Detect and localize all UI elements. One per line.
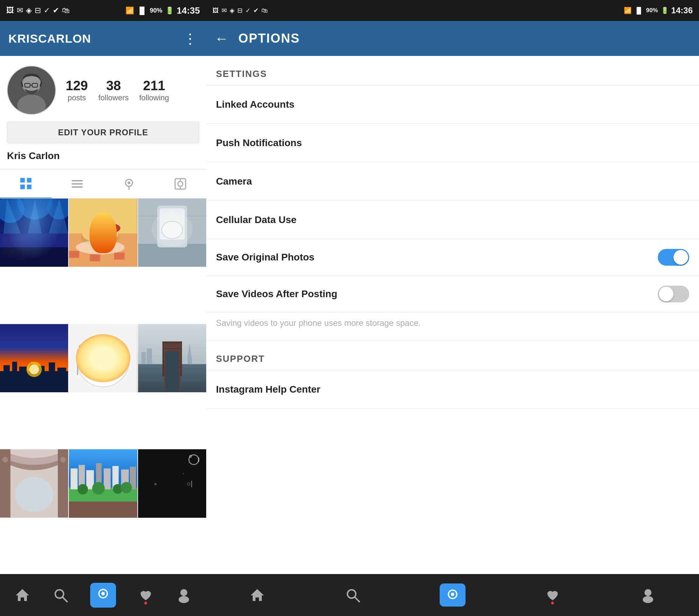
tab-tagged[interactable]	[155, 170, 207, 198]
tagged-icon	[174, 178, 187, 190]
photo-cell-7[interactable]	[0, 449, 68, 517]
map-pin-icon	[123, 178, 135, 190]
photo-cell-1[interactable]	[0, 199, 68, 267]
svg-point-117	[179, 596, 189, 603]
svg-rect-11	[72, 180, 83, 181]
avatar-svg	[8, 66, 55, 115]
svg-point-36	[76, 241, 125, 255]
home-icon	[14, 587, 30, 603]
svg-point-122	[451, 593, 454, 596]
svg-point-109	[154, 483, 156, 485]
linked-accounts-label: Linked Accounts	[216, 99, 295, 110]
save-original-label: Save Original Photos	[216, 252, 315, 263]
svg-point-62	[92, 353, 102, 363]
person-icon-r	[640, 587, 656, 603]
check-icon-r: ✓	[245, 7, 251, 14]
svg-rect-12	[72, 183, 83, 185]
edit-profile-button[interactable]: EDIT YOUR PROFILE	[7, 122, 199, 143]
nav-home-r[interactable]	[249, 587, 265, 603]
svg-point-102	[92, 482, 105, 495]
tab-map[interactable]	[103, 170, 155, 198]
svg-rect-77	[162, 341, 164, 376]
save-original-toggle[interactable]	[658, 249, 689, 266]
svg-rect-70	[164, 341, 180, 392]
stat-following[interactable]: 211 following	[139, 78, 169, 102]
photo-cell-8[interactable]	[69, 449, 137, 517]
photo-cell-5[interactable]	[69, 324, 137, 392]
stat-followers[interactable]: 38 followers	[98, 78, 129, 102]
menu-button[interactable]: ⋮	[183, 31, 198, 45]
camera-item[interactable]: Camera	[206, 162, 699, 201]
tab-grid[interactable]	[0, 170, 52, 198]
posts-label: posts	[67, 93, 86, 102]
nav-heart[interactable]	[138, 587, 154, 603]
svg-rect-39	[114, 252, 125, 259]
signal-bars: ▐▌	[137, 7, 147, 15]
photo-grid	[0, 199, 206, 574]
photo-icon-r: 🖼	[212, 7, 219, 14]
check2-icon: ✔	[53, 6, 59, 15]
nav-home[interactable]	[14, 587, 30, 603]
svg-point-23	[0, 199, 24, 223]
svg-point-65	[110, 359, 115, 364]
toggle-knob-off	[659, 287, 673, 301]
svg-rect-8	[27, 178, 31, 182]
svg-point-34	[82, 224, 118, 243]
svg-rect-49	[3, 365, 10, 375]
heart-icon-r	[545, 587, 561, 603]
svg-marker-27	[28, 199, 42, 234]
nav-camera[interactable]	[90, 583, 116, 608]
nav-camera-r[interactable]	[440, 583, 466, 607]
nav-search-r[interactable]	[345, 587, 361, 603]
svg-rect-79	[162, 341, 182, 343]
signal-bars-r: ▐▌	[634, 7, 643, 14]
svg-rect-9	[20, 185, 25, 189]
svg-point-116	[180, 589, 187, 596]
top-app-bar: KRISCARLON ⋮	[0, 21, 206, 56]
status-bar-right: 🖼 ✉ ◈ ⊟ ✓ ✔ 🛍 📶 ▐▌ 90% 🔋 14:36	[206, 0, 699, 21]
help-center-item[interactable]: Instagram Help Center	[206, 370, 699, 409]
svg-point-63	[102, 348, 119, 360]
push-notifications-item[interactable]: Push Notifications	[206, 124, 699, 162]
bag-icon: 🛍	[62, 6, 70, 15]
cellular-data-item[interactable]: Cellular Data Use	[206, 201, 699, 239]
nav-search[interactable]	[52, 587, 69, 603]
heart-dot-r	[551, 602, 554, 604]
check-icon: ✓	[44, 6, 50, 15]
linked-accounts-item[interactable]: Linked Accounts	[206, 85, 699, 124]
nav-heart-r[interactable]	[545, 587, 561, 603]
photo-cell-9[interactable]	[138, 449, 206, 517]
tab-list[interactable]	[52, 170, 103, 198]
followers-label: followers	[98, 93, 129, 102]
profile-name: Kris Carlon	[7, 147, 199, 164]
photo-cell-6[interactable]	[138, 324, 206, 392]
svg-rect-83	[188, 359, 192, 364]
settings-content: SETTINGS Linked Accounts Push Notificati…	[206, 56, 699, 574]
svg-line-120	[355, 597, 359, 602]
svg-point-25	[47, 199, 69, 220]
photo-cell-4[interactable]	[0, 324, 68, 392]
stat-posts: 129 posts	[66, 78, 88, 102]
svg-rect-78	[180, 341, 182, 376]
save-videos-toggle[interactable]	[658, 286, 689, 302]
svg-point-44	[161, 221, 182, 239]
back-button[interactable]: ←	[215, 31, 229, 46]
svg-rect-92	[69, 502, 137, 518]
nav-profile[interactable]	[176, 587, 192, 603]
save-original-item: Save Original Photos	[206, 239, 699, 276]
svg-point-18	[178, 181, 183, 186]
svg-point-35	[101, 223, 121, 233]
save-videos-helper: Saving videos to your phone uses more st…	[206, 313, 699, 341]
right-panel: 🖼 ✉ ◈ ⊟ ✓ ✔ 🛍 📶 ▐▌ 90% 🔋 14:36 ← OPTIONS…	[206, 0, 699, 616]
following-label: following	[139, 93, 169, 102]
followers-count: 38	[106, 78, 121, 93]
svg-rect-7	[20, 178, 25, 182]
shazam-icon: ◈	[26, 6, 32, 15]
photo-cell-2[interactable]	[69, 199, 137, 267]
svg-rect-43	[159, 208, 185, 240]
photo-cell-3[interactable]	[138, 199, 206, 267]
svg-point-104	[121, 482, 132, 493]
bottom-nav-right	[206, 574, 699, 616]
svg-point-60	[79, 337, 127, 385]
nav-profile-r[interactable]	[640, 587, 656, 603]
